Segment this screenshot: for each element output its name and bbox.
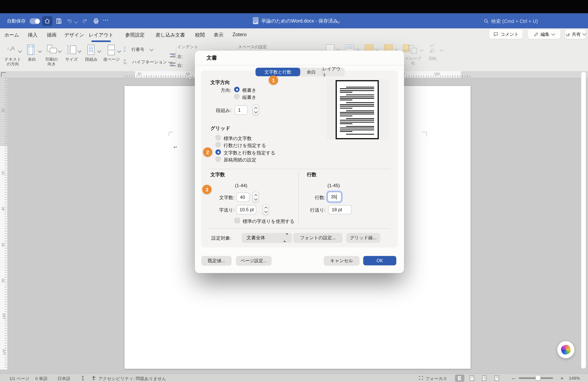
language-indicator[interactable]: 日本語 [58, 376, 70, 382]
document-title[interactable]: 卒論のためのWord.docx - 保存済み [261, 18, 338, 24]
focus-mode-button[interactable]: フォーカス [425, 376, 447, 382]
line-numbers-chevron-icon[interactable] [149, 47, 153, 51]
orientation-button[interactable] [47, 45, 58, 56]
font-settings-button[interactable]: フォントの設定... [294, 233, 342, 242]
radio-grid-lines-only[interactable] [215, 142, 221, 148]
dialog-tab-layout[interactable]: レイアウト [322, 68, 345, 76]
draft-view-button[interactable] [495, 375, 499, 381]
search-input[interactable]: 検索 (Cmd + Ctrl + U) [491, 18, 538, 25]
zoom-percentage[interactable]: 149% [569, 376, 580, 381]
position-chevron-icon[interactable] [336, 47, 340, 51]
gridlines-button[interactable]: グリッド線... [346, 233, 380, 242]
size-label: サイズ [62, 57, 82, 62]
radio-grid-manuscript[interactable] [215, 156, 221, 162]
zoom-in-button[interactable]: + [560, 375, 564, 381]
hanging-indent-marker[interactable] [188, 74, 192, 77]
home-icon [44, 18, 51, 24]
radio-grid-lines-only-label[interactable]: 行数だけを指定する [224, 142, 266, 149]
apply-to-select[interactable]: 文書全体 [242, 233, 292, 242]
page-break-chevron-icon[interactable] [117, 49, 121, 53]
vertical-scrollbar[interactable] [581, 72, 586, 369]
edit-mode-button[interactable]: 編集 [528, 30, 560, 39]
page-break-button[interactable] [107, 45, 116, 56]
size-button[interactable] [68, 45, 78, 56]
tab-insert[interactable]: 挿入 [25, 32, 41, 39]
text-direction-button[interactable]: A ↓ ↓ [7, 45, 17, 56]
title-bar: 自動保存 ⋯ W 卒論のためのWord.docx - 保存済み 検索 (Cmd … [0, 13, 588, 28]
tab-home[interactable]: ホーム [4, 32, 20, 39]
tab-references[interactable]: 参照設定 [122, 32, 148, 39]
tab-review[interactable]: 校閲 [193, 32, 207, 39]
columns-count-input[interactable]: 1 [234, 106, 248, 115]
ok-button[interactable]: OK [363, 256, 396, 265]
tab-view[interactable]: 表示 [211, 32, 226, 39]
autosave-toggle[interactable] [30, 18, 40, 24]
wrap-text-chevron-icon[interactable] [356, 47, 359, 51]
chars-count-input[interactable]: 40 [236, 192, 250, 202]
size-chevron-icon[interactable] [78, 49, 82, 53]
tab-draw[interactable]: 描画 [44, 32, 60, 39]
page-count[interactable]: 1/1 ページ [9, 376, 30, 382]
orientation-chevron-icon[interactable] [58, 49, 62, 53]
char-pitch-stepper[interactable] [262, 204, 269, 215]
tab-selector[interactable] [1, 72, 6, 77]
radio-grid-chars-and-lines[interactable] [215, 149, 221, 155]
print-button[interactable] [93, 18, 100, 26]
radio-vertical-label[interactable]: 縦書き [242, 94, 256, 101]
menu-bar-strip [0, 0, 588, 13]
comments-button[interactable]: コメント [489, 30, 523, 39]
radio-vertical[interactable] [234, 94, 240, 99]
share-button[interactable]: 共有 [565, 30, 586, 39]
columns-count-stepper[interactable] [252, 105, 259, 116]
columns-button[interactable] [87, 45, 94, 55]
save-button[interactable] [55, 18, 62, 26]
dialog-tab-margins[interactable]: 余白 [300, 68, 322, 76]
radio-grid-manuscript-label[interactable]: 原稿用紙の設定 [224, 157, 256, 163]
undo-dropdown-chevron-icon[interactable] [74, 20, 78, 23]
tab-design[interactable]: デザイン [62, 32, 86, 39]
bring-forward-chevron-icon[interactable] [375, 47, 379, 51]
lines-count-input[interactable]: 35 [327, 192, 341, 202]
radio-grid-standard[interactable] [215, 135, 221, 140]
line-numbers-button[interactable]: 行番号 [131, 47, 144, 52]
word-count[interactable]: 0 単語 [35, 376, 47, 382]
tab-mailings[interactable]: 差し込み文書 [153, 32, 188, 39]
radio-horizontal-label[interactable]: 横書き [242, 87, 256, 94]
set-default-button[interactable]: 既定値... [201, 256, 231, 265]
outline-view-button[interactable] [482, 375, 486, 381]
accessibility-status[interactable]: アクセシビリティ: 問題ありません [98, 376, 166, 382]
select-updown-icon [284, 235, 288, 240]
more-commands-button[interactable]: ⋯ [103, 16, 109, 24]
home-button[interactable] [42, 16, 53, 26]
cancel-button[interactable]: キャンセル [324, 256, 359, 265]
copilot-button[interactable] [557, 341, 574, 358]
use-default-pitch-checkbox[interactable] [234, 218, 240, 223]
text-cursor-icon[interactable] [80, 375, 85, 381]
columns-chevron-icon[interactable] [97, 49, 101, 53]
tab-zotero[interactable]: Zotero [230, 32, 250, 37]
left-indent-marker[interactable] [188, 78, 192, 80]
undo-button[interactable] [66, 18, 73, 26]
text-direction-chevron-icon[interactable] [18, 49, 22, 53]
use-default-pitch-label[interactable]: 標準の字送りを使用する [243, 218, 294, 225]
page-setup-button[interactable]: ページ設定... [236, 256, 272, 265]
zoom-slider-thumb[interactable] [536, 375, 541, 381]
radio-grid-standard-label[interactable]: 標準の文字数 [224, 135, 252, 142]
zoom-out-button[interactable]: – [512, 375, 515, 381]
hyphenation-button[interactable]: ハイフネーション [132, 60, 167, 64]
redo-button[interactable] [81, 18, 88, 26]
radio-horizontal[interactable] [234, 87, 240, 92]
dialog-tab-chars-lines[interactable]: 文字数と行数 [255, 68, 300, 76]
char-pitch-input[interactable]: 10.5 pt [236, 205, 256, 214]
tab-layout[interactable]: レイアウト [89, 32, 114, 39]
line-pitch-input[interactable]: 18 pt [328, 205, 352, 214]
status-bar: 1/1 ページ 0 単語 日本語 アクセシビリティ: 問題ありません フォーカス… [0, 373, 588, 382]
margins-chevron-icon[interactable] [38, 49, 42, 53]
web-layout-view-button[interactable] [470, 375, 474, 381]
radio-grid-chars-and-lines-label[interactable]: 文字数と行数を指定する [224, 150, 275, 156]
vertical-ruler[interactable]: 20 20 40 60 80 100 120 [0, 78, 8, 370]
margins-button[interactable] [27, 45, 34, 55]
chars-count-stepper[interactable] [252, 192, 259, 203]
send-backward-chevron-icon[interactable] [395, 47, 399, 51]
first-line-indent-marker[interactable] [188, 71, 192, 74]
